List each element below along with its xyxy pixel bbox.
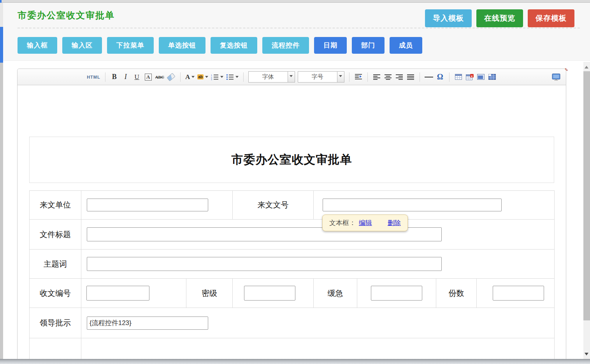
fullscreen-icon[interactable] — [552, 72, 560, 82]
source-unit-input[interactable] — [87, 199, 208, 211]
align-right-icon[interactable] — [395, 72, 404, 82]
strip-blue-segment — [0, 27, 3, 63]
special-character-icon[interactable]: Ω — [436, 72, 444, 82]
window-bottom-edge — [0, 359, 590, 364]
rich-text-editor: HTML B I U A ABC A ab✎ 123 字体 字号 — [17, 69, 566, 364]
cell-urgency — [357, 279, 436, 308]
add-department-button[interactable]: 部门 — [352, 37, 385, 54]
cell-source-unit — [81, 191, 233, 220]
ordered-list-icon[interactable]: 123 — [211, 72, 223, 82]
add-date-button[interactable]: 日期 — [314, 37, 347, 54]
font-style-box-icon[interactable]: A — [144, 72, 153, 82]
urgency-input[interactable] — [371, 286, 422, 301]
align-center-icon[interactable] — [384, 72, 392, 82]
form-row: 收文编号 密级 缓急 份数 — [30, 279, 555, 308]
toolbar-separator — [180, 72, 181, 82]
chevron-down-icon[interactable] — [337, 72, 344, 82]
scrollbar-thumb[interactable] — [583, 71, 590, 320]
svg-text:3: 3 — [211, 78, 212, 80]
label-urgency: 缓急 — [314, 279, 357, 308]
strikethrough-icon[interactable]: ABC — [155, 72, 164, 82]
form-row: 文件标题 — [30, 220, 555, 250]
table-cell-properties-icon[interactable] — [477, 72, 485, 82]
cell-leader-comments — [81, 308, 555, 338]
align-left-icon[interactable] — [372, 72, 381, 82]
leader-comments-input[interactable] — [87, 317, 208, 330]
text-color-icon[interactable]: A — [185, 72, 195, 82]
label-keywords: 主题词 — [30, 250, 81, 279]
font-family-select[interactable]: 字体 — [248, 71, 295, 83]
dashed-divider — [18, 28, 580, 28]
scroll-down-arrow-icon[interactable] — [585, 353, 588, 357]
add-flow-control-button[interactable]: 流程控件 — [262, 37, 309, 54]
align-justify-icon[interactable] — [406, 72, 415, 82]
cell-keywords — [81, 250, 555, 279]
keywords-input[interactable] — [87, 257, 442, 271]
insert-table-icon[interactable] — [454, 72, 463, 82]
label-source-unit: 来文单位 — [30, 191, 81, 220]
unordered-list-icon[interactable] — [226, 72, 239, 82]
form-title-box[interactable]: 市委办公室收文审批单 — [29, 137, 554, 183]
background-window-strip — [0, 3, 3, 359]
underline-icon[interactable]: U — [133, 72, 141, 82]
edit-link[interactable]: 编辑 — [359, 218, 372, 227]
italic-icon[interactable]: I — [121, 72, 130, 82]
html-source-icon[interactable]: HTML — [87, 72, 100, 82]
vertical-scrollbar[interactable] — [583, 62, 590, 359]
window-top-edge — [0, 0, 590, 3]
approval-form-table: 来文单位 来文文号 文件标题 主题词 — [29, 190, 555, 364]
label-leader-comments: 领导批示 — [30, 308, 81, 338]
horizontal-rule-icon[interactable] — [425, 72, 433, 82]
cell-receipt-number — [81, 279, 186, 308]
chevron-down-icon[interactable] — [288, 72, 295, 82]
page-title: 市委办公室收文审批单 — [18, 9, 115, 21]
remove-format-eraser-icon[interactable] — [167, 72, 176, 82]
editor-document[interactable]: 市委办公室收文审批单 来文单位 来文文号 文件标题 — [18, 85, 566, 364]
form-row: 领导批示 — [30, 308, 555, 338]
form-row: 主题词 — [30, 250, 555, 279]
strip-top — [0, 3, 3, 27]
font-size-select[interactable]: 字号 — [298, 71, 344, 83]
label-doc-number: 来文文号 — [233, 191, 314, 220]
add-radio-button[interactable]: 单选按钮 — [159, 37, 205, 54]
toolbar-separator — [367, 72, 368, 82]
table-row-properties-icon[interactable] — [488, 72, 497, 82]
doc-number-input[interactable] — [323, 199, 502, 211]
scroll-up-arrow-icon[interactable] — [585, 64, 588, 69]
add-checkbox-button[interactable]: 复选按钮 — [211, 37, 257, 54]
copies-input[interactable] — [493, 286, 544, 301]
delete-table-icon[interactable]: x — [465, 72, 474, 82]
toolbar-separator — [449, 72, 450, 82]
indent-icon[interactable] — [354, 72, 363, 82]
cell-secrecy-level — [233, 279, 314, 308]
import-template-button[interactable]: 导入模板 — [425, 9, 472, 27]
header-panel: 市委办公室收文审批单 导入模板 在线预览 保存模板 输入框 输入区 下拉菜单 单… — [3, 3, 590, 61]
add-dropdown-button[interactable]: 下拉菜单 — [107, 37, 154, 54]
highlight-color-icon[interactable]: ab✎ — [197, 72, 208, 82]
toolbar-separator — [105, 72, 105, 82]
bold-icon[interactable]: B — [110, 72, 119, 82]
save-template-button[interactable]: 保存模板 — [528, 9, 574, 27]
textbox-context-tooltip: 文本框： 编辑 删除 — [322, 215, 408, 231]
delete-link[interactable]: 删除 — [388, 218, 401, 227]
receipt-number-input[interactable] — [86, 286, 149, 301]
header-actions: 导入模板 在线预览 保存模板 — [425, 9, 574, 27]
strip-bottom — [0, 63, 3, 359]
add-input-box-button[interactable]: 输入框 — [18, 37, 57, 54]
cell-doc-title — [81, 220, 555, 250]
online-preview-button[interactable]: 在线预览 — [476, 9, 523, 27]
field-buttons-row: 输入框 输入区 下拉菜单 单选按钮 复选按钮 流程控件 日期 部门 成员 — [18, 37, 422, 54]
label-receipt-number: 收文编号 — [30, 279, 81, 308]
tooltip-label: 文本框： — [329, 218, 356, 227]
form-row: 来文单位 来文文号 — [30, 191, 555, 220]
secrecy-level-input[interactable] — [244, 286, 295, 301]
label-secrecy-level: 密级 — [186, 279, 233, 308]
add-member-button[interactable]: 成员 — [390, 37, 422, 54]
cell-copies — [477, 279, 555, 308]
toolbar-separator — [420, 72, 420, 82]
form-title: 市委办公室收文审批单 — [232, 152, 352, 168]
add-textarea-button[interactable]: 输入区 — [62, 37, 102, 54]
label-doc-title: 文件标题 — [30, 220, 81, 250]
toolbar-separator — [349, 72, 349, 82]
editor-toolbar: HTML B I U A ABC A ab✎ 123 字体 字号 — [18, 69, 566, 85]
